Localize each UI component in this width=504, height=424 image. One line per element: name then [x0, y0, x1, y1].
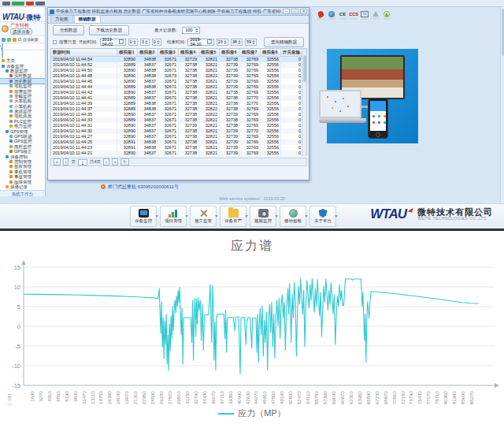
toolbar-button-设备监控[interactable]: 设备监控 [130, 206, 157, 227]
svg-text:44270: 44270 [253, 390, 258, 404]
table-row[interactable]: 2019/04/10 11:44:21328903483732671327383… [51, 151, 306, 156]
cell-value: 34837 [138, 123, 158, 128]
table-row[interactable]: 2019/04/10 11:44:27328903483732671327383… [51, 134, 306, 139]
cell-time: 2019/04/10 11:44:46 [51, 79, 117, 84]
tree-item-icon [9, 120, 13, 123]
table-row[interactable]: 2019/04/10 11:44:41328893483732671327383… [51, 95, 306, 101]
maximize-button[interactable]: □ [291, 9, 298, 14]
column-header[interactable]: 数据时间 [51, 49, 117, 56]
start-hour-spinner[interactable]: 0 [128, 39, 138, 46]
sidebar-footer[interactable]: 系统工作台 [0, 190, 45, 196]
tri-glyph [372, 11, 379, 17]
expand-icon[interactable] [7, 38, 11, 42]
tab-precise-data[interactable]: 精确数据 [74, 15, 101, 23]
start-minute-spinner[interactable]: 3 [140, 39, 150, 46]
toolbar-button-移动巡检[interactable]: 移动巡检 [280, 206, 306, 227]
svg-text:21310: 21310 [132, 390, 138, 404]
table-row[interactable]: 2019/04/10 11:44:33328893483732671327383… [51, 117, 306, 123]
svg-text:70510: 70510 [391, 390, 397, 404]
svg-text:6550: 6550 [55, 390, 61, 401]
cell-value: 32671 [158, 68, 179, 73]
column-header[interactable]: 模拟量3 [158, 49, 179, 56]
calendar-icon[interactable] [119, 39, 124, 44]
dropdown-arrow-icon[interactable] [185, 215, 188, 218]
column-header[interactable]: 模拟量7 [240, 49, 261, 56]
start-date-input[interactable]: 2019-04-02 [100, 39, 126, 46]
minimize-button[interactable]: ─ [283, 9, 290, 14]
end-date-input[interactable]: 2019-04-10 [187, 39, 213, 46]
column-header[interactable]: 模拟量4 [179, 49, 199, 56]
dropdown-arrow-icon[interactable] [305, 215, 308, 218]
table-row[interactable]: 2019/04/10 11:44:35328903483732671327383… [51, 112, 306, 117]
last-page-button[interactable]: » [112, 158, 119, 166]
max-records-spinner[interactable]: 100 [182, 27, 200, 34]
end-second-spinner[interactable]: 59 [245, 39, 257, 46]
table-row[interactable]: 2019/04/10 11:44:54328903483832671327293… [51, 57, 306, 62]
close-button[interactable]: ✕ [300, 9, 307, 14]
crane-link[interactable]: 桥门式起重机:63095202000611号 [108, 184, 179, 191]
cell-value: 34837 [138, 134, 158, 139]
table-row[interactable]: 2019/04/10 11:44:31328903483732671327393… [51, 123, 306, 128]
table-row[interactable]: 2019/04/10 11:44:30328903483732671327383… [51, 128, 306, 134]
collapse-icon[interactable] [13, 38, 17, 42]
dropdown-arrow-icon[interactable] [155, 215, 158, 218]
table-row[interactable]: 2019/04/10 11:44:23328913483832671327383… [51, 145, 306, 151]
toolbar-button-设备资产[interactable]: 设备资产 [220, 206, 246, 227]
column-header[interactable]: 模拟量1 [117, 49, 138, 56]
column-header[interactable]: 模拟量6 [220, 49, 240, 56]
first-page-button[interactable]: « [54, 158, 61, 166]
cell-value: 32738 [220, 57, 240, 62]
tab-moment-chart[interactable]: 力矩图 [50, 15, 73, 23]
column-header[interactable]: 模拟量5 [199, 49, 220, 56]
app-scrollbar[interactable] [500, 7, 504, 203]
table-row[interactable]: 2019/04/10 11:44:44328893483832671327383… [51, 84, 306, 90]
table-row[interactable]: 2019/04/10 11:44:52328893483732671327383… [51, 62, 306, 68]
cell-value: 32769 [240, 139, 261, 145]
refresh-icon[interactable] [2, 38, 6, 42]
all-data-button[interactable]: 全部数据 [53, 25, 84, 35]
end-minute-spinner[interactable]: 38 [231, 39, 243, 46]
column-header[interactable]: 开关量输... [281, 49, 303, 56]
query-precise-data-button[interactable]: 查询精确数据 [264, 37, 304, 47]
refresh-button[interactable]: ↻ [120, 158, 128, 166]
svg-text:68870: 68870 [383, 390, 388, 404]
column-header[interactable]: 模拟量8 [261, 49, 281, 56]
search-input[interactable] [2, 43, 3, 58]
table-scrollbar[interactable] [302, 49, 306, 156]
start-second-spinner[interactable]: 0 [152, 39, 161, 46]
svg-text:57390: 57390 [322, 390, 328, 404]
table-row[interactable]: 2019/04/10 11:44:46328903483732671327383… [51, 79, 306, 84]
auto-refresh-checkbox[interactable] [18, 38, 21, 41]
table-row[interactable]: 2019/04/10 11:44:42328903483732671327383… [51, 90, 306, 95]
prev-page-button[interactable]: ‹ [63, 158, 69, 166]
select-device-button[interactable]: 选择设备 [10, 28, 32, 35]
toolbar-button-项目管理[interactable]: 项目管理 [160, 206, 187, 227]
sidebar: WTAU·微特 广东特检 选择设备 自动刷新 主页设备监控数据监控实时数据历史数… [0, 7, 46, 196]
end-hour-spinner[interactable]: 23 [217, 39, 228, 46]
dropdown-arrow-icon[interactable] [335, 215, 338, 218]
tree-item-label: PLC监控 [14, 119, 32, 124]
table-row[interactable]: 2019/04/10 11:44:37328893483832671327383… [51, 106, 306, 112]
calendar-icon[interactable] [207, 39, 212, 44]
cell-value: 32821 [199, 84, 220, 90]
table-row[interactable]: 2019/04/10 11:44:50328903483832671327383… [51, 68, 306, 73]
page-number-input[interactable]: 1 [78, 159, 87, 166]
column-header[interactable]: 模拟量2 [138, 49, 158, 56]
table-row[interactable]: 2019/04/10 11:44:39328893483832671327383… [51, 101, 306, 106]
dropdown-arrow-icon[interactable] [215, 215, 218, 218]
dropdown-arrow-icon[interactable] [275, 215, 278, 218]
tree-item-icon [9, 139, 13, 143]
table-row[interactable]: 2019/04/10 11:44:48328903483832673327383… [51, 73, 306, 79]
toolbar-button-施工监管[interactable]: 施工监管 [190, 206, 217, 227]
alarm-only-checkbox[interactable] [53, 40, 57, 44]
badge-caption [384, 18, 391, 20]
next-page-button[interactable]: › [103, 158, 109, 166]
dropdown-arrow-icon[interactable] [245, 215, 248, 218]
table-row[interactable]: 2019/04/10 11:44:25328913483832671327383… [51, 139, 306, 145]
toolbar-button-关于平台[interactable]: 关于平台 [309, 206, 336, 227]
toolbar-button-视频监控[interactable]: 视频监控 [250, 206, 276, 227]
download-history-button[interactable]: 下载历史数据 [89, 25, 129, 35]
cell-value: 0 [281, 62, 303, 68]
cell-value: 32738 [220, 117, 240, 123]
tree-item-label: 小车机构 [14, 104, 32, 109]
